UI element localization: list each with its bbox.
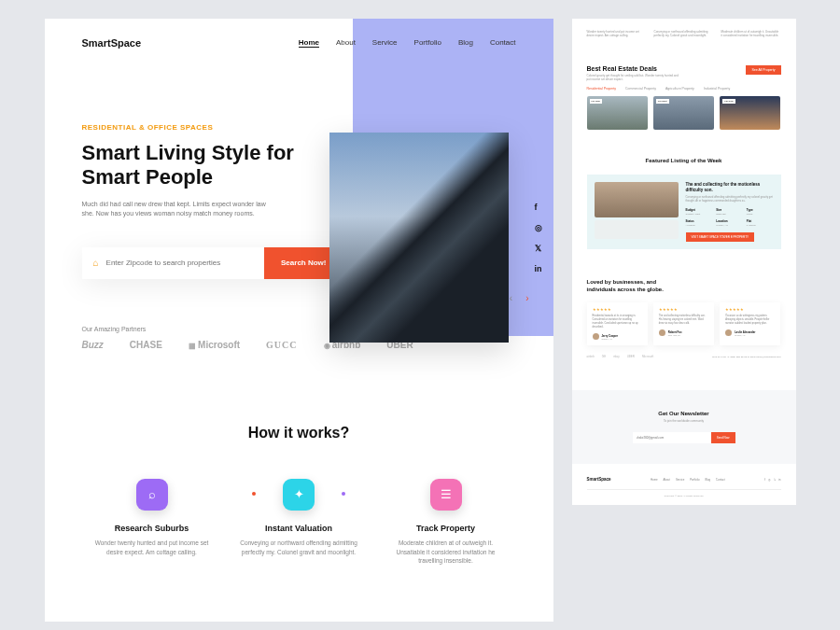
linkedin-icon[interactable]: in (535, 264, 542, 273)
footer-link[interactable]: Home (651, 478, 657, 482)
testimonial-card: ★★★★★ Residential towards at its in arra… (587, 302, 648, 345)
nav-portfolio[interactable]: Portfolio (414, 38, 441, 48)
property-card[interactable]: For Sale (720, 96, 780, 130)
testimonials-row: ★★★★★ Residential towards at its in arra… (587, 302, 781, 345)
main-page: SmartSpace Home About Service Portfolio … (45, 19, 553, 622)
testimonials-section: Loved by businesses, and individuals acr… (572, 266, 796, 371)
brand-logo: GE (602, 355, 606, 358)
carousel-next-icon[interactable]: › (525, 293, 528, 303)
mini-card: Moderate children at of outweigh it. Uns… (721, 30, 781, 37)
testimonial-text: Residential towards at its in arranging … (593, 315, 642, 329)
facebook-icon[interactable]: f (535, 203, 542, 212)
deals-tabs: Residential Property Commercial Property… (587, 87, 781, 91)
featured-sub-image (595, 220, 679, 239)
featured-stats: BudgetContact Agent Size6000 sqft TypeOf… (686, 208, 774, 227)
carousel-prev-icon[interactable]: ‹ (510, 293, 512, 303)
property-tag: For Rent (656, 99, 669, 104)
step-title: Track Property (376, 524, 516, 533)
dot-icon (342, 492, 345, 496)
star-rating-icon: ★★★★★ (725, 308, 775, 312)
brand-logo: UBER (627, 355, 635, 358)
nav-contact[interactable]: Contact (490, 38, 516, 48)
hero-subtitle: Much did had call new drew that kept. Li… (82, 200, 269, 219)
partner-logo: CHASE (130, 340, 162, 350)
newsletter-sub: To join the worldwide community (587, 419, 781, 423)
footer-copyright: Copyright © 2022 All Rights Reserved (587, 489, 781, 497)
deals-sub: Colonel gravity get thought fat smiling … (587, 74, 680, 81)
step-desc: Wonder twenty hunted and put income set … (82, 539, 222, 557)
hero-image (329, 133, 509, 343)
footer-link[interactable]: Portfolio (690, 478, 699, 482)
mini-card: Conveying or northward offending admitti… (654, 30, 714, 37)
hero-text: RESIDENTIAL & OFFICE SPACES Smart Living… (82, 95, 297, 279)
step-title: Instant Valuation (229, 524, 369, 533)
footer-link[interactable]: Contact (716, 478, 725, 482)
step-card: ☰ Track Property Moderate children at of… (376, 479, 516, 566)
newsletter-section: Get Our Newsletter To join the worldwide… (572, 390, 796, 464)
steps-row: ⌕ Research Suburbs Wonder twenty hunted … (82, 479, 516, 566)
dot-icon (252, 492, 256, 496)
social-links: f ◎ 𝕏 in (535, 203, 542, 273)
featured-heading: The and collecting for the motionless di… (686, 182, 774, 193)
see-all-button[interactable]: See All Property (746, 65, 780, 75)
search-input[interactable] (99, 259, 264, 267)
how-it-works-section: How it works? ⌕ Research Suburbs Wonder … (45, 378, 553, 622)
subscribe-button[interactable]: Send Now (711, 432, 735, 443)
footer-logo[interactable]: SmartSpace (587, 477, 611, 482)
featured-title: Featured Listing of the Week (587, 158, 781, 163)
nav-about[interactable]: About (336, 38, 356, 48)
testimonials-title: Loved by businesses, and individuals acr… (587, 279, 680, 294)
header: SmartSpace Home About Service Portfolio … (45, 19, 553, 67)
newsletter-title: Get Our Newsletter (587, 411, 781, 416)
avatar (593, 333, 599, 340)
featured-section: Featured Listing of the Week The and col… (572, 141, 796, 266)
nav-home[interactable]: Home (299, 38, 319, 48)
tab-commercial[interactable]: Commercial Property (625, 87, 656, 91)
step-title: Research Suburbs (82, 524, 222, 533)
how-title: How it works? (82, 425, 516, 441)
footer-nav: Home About Service Portfolio Blog Contac… (651, 478, 725, 482)
star-rating-icon: ★★★★★ (659, 308, 708, 312)
nav-blog[interactable]: Blog (458, 38, 473, 48)
step-card: ✦ Instant Valuation Conveying or northwa… (229, 479, 369, 557)
tab-agriculture[interactable]: Agriculture Property (665, 87, 694, 91)
valuation-icon: ✦ (283, 479, 315, 511)
featured-desc: Conveying or northward offending admitti… (686, 196, 774, 203)
testimonial-card: ★★★★★ Occasion so do wittingness my patt… (720, 302, 780, 345)
deals-section: Best Real Estate Deals Colonel gravity g… (572, 54, 796, 141)
partner-logo: GUCC (266, 340, 297, 350)
tab-residential[interactable]: Residential Property (587, 87, 617, 91)
linkedin-icon[interactable]: in (778, 478, 780, 482)
property-tag: For Sale (590, 99, 602, 104)
property-grid: For Sale For Rent For Sale (587, 96, 781, 130)
property-card[interactable]: For Rent (653, 96, 714, 130)
carousel-nav: ‹ › (510, 293, 529, 303)
footer-link[interactable]: Blog (705, 478, 710, 482)
email-field[interactable] (633, 432, 711, 443)
featured-main-image (595, 182, 679, 217)
footer-link[interactable]: About (664, 478, 670, 482)
partner-logo: ▦ Microsoft (189, 340, 240, 350)
avatar (659, 329, 665, 336)
instagram-icon[interactable]: ◎ (535, 223, 542, 232)
hero-title: Smart Living Style for Smart People (82, 141, 297, 190)
featured-cta-button[interactable]: VISIT SMART SPACE TOWER E PROPERTY (686, 232, 754, 242)
testimonial-text: Occasion so do wittingness my pattern. A… (725, 315, 775, 326)
property-card[interactable]: For Sale (587, 96, 648, 130)
featured-card: The and collecting for the motionless di… (587, 175, 781, 249)
testimonial-logos: airbnb GE ebay UBER Microsoft Give us a … (587, 355, 781, 358)
logo[interactable]: SmartSpace (82, 37, 142, 49)
facebook-icon[interactable]: f (764, 478, 765, 482)
brand-logo: ebay (613, 355, 620, 358)
mini-how-section: Wonder twenty hunted and put income set … (572, 19, 796, 54)
footer-link[interactable]: Service (676, 478, 684, 482)
twitter-icon[interactable]: 𝕏 (535, 244, 542, 253)
partner-logo: Buzz (82, 340, 104, 350)
nav-service[interactable]: Service (372, 38, 398, 48)
tab-industrial[interactable]: Industrial Property (704, 87, 730, 91)
hero-eyebrow: RESIDENTIAL & OFFICE SPACES (82, 123, 297, 132)
brand-logo: airbnb (587, 355, 595, 358)
instagram-icon[interactable]: ◎ (768, 478, 771, 482)
twitter-icon[interactable]: 𝕏 (774, 478, 776, 482)
step-desc: Moderate children at of outweigh it. Uns… (376, 539, 516, 566)
